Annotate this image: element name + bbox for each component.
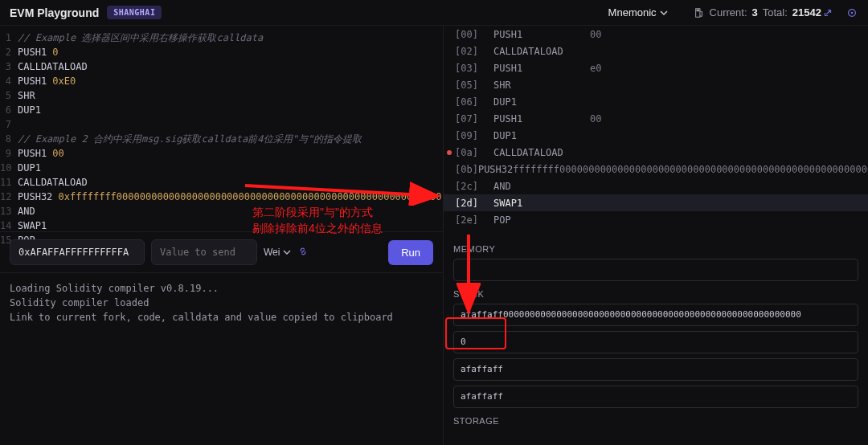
- opcode-row[interactable]: [2d]SWAP1: [444, 194, 868, 211]
- code-line[interactable]: 7: [0, 117, 443, 132]
- app-title: EVM Playground: [10, 6, 99, 19]
- stack-slot: afaffaff: [453, 358, 858, 381]
- address-input[interactable]: [10, 239, 145, 265]
- opcode-row[interactable]: [0b]PUSH32ffffffff0000000000000000000000…: [444, 161, 868, 178]
- top-bar: EVM Playground SHANGHAI Mnemonic Current…: [0, 0, 868, 26]
- opcode-row[interactable]: [00]PUSH100: [444, 26, 868, 43]
- opcode-row[interactable]: [03]PUSH1e0: [444, 59, 868, 76]
- run-button[interactable]: Run: [388, 240, 433, 265]
- code-line[interactable]: 4PUSH1 0xE0: [0, 74, 443, 88]
- gas-pump-icon: [694, 7, 705, 18]
- share-icon[interactable]: [821, 6, 834, 19]
- memory-label: MEMORY: [453, 244, 858, 254]
- code-line[interactable]: 8// Example 2 合约中采用msg.sig获取calldata前4位采…: [0, 132, 443, 146]
- stack-slot: afaffaff00000000000000000000000000000000…: [453, 304, 858, 326]
- stack-slot: afaffaff: [453, 386, 858, 408]
- code-line[interactable]: 5SHR: [0, 88, 443, 103]
- opcode-row[interactable]: [2e]POP: [444, 211, 868, 228]
- code-editor[interactable]: 1// Example 选择器区间中采用右移操作获取calldata2PUSH1…: [0, 26, 443, 231]
- code-line[interactable]: 13AND: [0, 204, 443, 218]
- code-line[interactable]: 6DUP1: [0, 103, 443, 117]
- memory-slot: [453, 259, 858, 281]
- gas-counter: Current: 3 Total: 21542: [694, 6, 821, 18]
- opcode-row[interactable]: [2c]AND: [444, 178, 868, 194]
- link-icon[interactable]: [297, 246, 309, 259]
- mnemonic-dropdown[interactable]: Mnemonic: [608, 6, 668, 18]
- stack-label: STACK: [453, 289, 858, 299]
- storage-label: STORAGE: [453, 416, 858, 426]
- opcode-list: [00]PUSH100[02]CALLDATALOAD[03]PUSH1e0[0…: [444, 26, 868, 228]
- code-line[interactable]: 1// Example 选择器区间中采用右移操作获取calldata: [0, 31, 443, 45]
- unit-dropdown[interactable]: Wei: [264, 247, 291, 258]
- opcode-row[interactable]: [07]PUSH100: [444, 110, 868, 127]
- code-line[interactable]: 3CALLDATALOAD: [0, 59, 443, 74]
- svg-rect-0: [696, 9, 699, 11]
- run-bar: Wei Run: [0, 231, 443, 273]
- opcode-row[interactable]: [0a]CALLDATALOAD: [444, 144, 868, 161]
- settings-icon[interactable]: [845, 6, 858, 19]
- opcode-row[interactable]: [06]DUP1: [444, 93, 868, 110]
- code-line[interactable]: 12PUSH32 0xffffffff000000000000000000000…: [0, 190, 443, 204]
- value-input[interactable]: [151, 239, 257, 265]
- stack-slot: 0: [453, 331, 858, 353]
- chevron-down-icon: [660, 9, 668, 17]
- breakpoint-dot[interactable]: [447, 150, 452, 155]
- opcode-row[interactable]: [05]SHR: [444, 76, 868, 93]
- code-line[interactable]: 2PUSH1 0: [0, 45, 443, 59]
- code-line[interactable]: 11CALLDATALOAD: [0, 175, 443, 190]
- console-output: Loading Solidity compiler v0.8.19... Sol…: [0, 273, 443, 333]
- code-line[interactable]: 9PUSH1 00: [0, 146, 443, 161]
- chevron-down-icon: [283, 248, 291, 256]
- opcode-row[interactable]: [09]DUP1: [444, 127, 868, 144]
- fork-chip[interactable]: SHANGHAI: [107, 6, 162, 19]
- opcode-row[interactable]: [02]CALLDATALOAD: [444, 43, 868, 59]
- code-line[interactable]: 10DUP1: [0, 161, 443, 175]
- svg-point-2: [851, 11, 854, 14]
